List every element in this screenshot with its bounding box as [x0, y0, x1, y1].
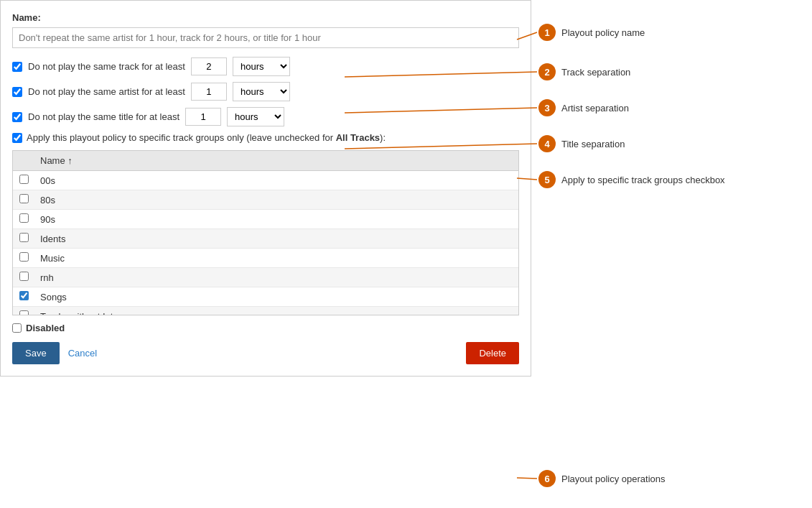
- disabled-checkbox[interactable]: [12, 323, 22, 333]
- title-separation-row: Do not play the same title for at least …: [12, 107, 519, 126]
- track-separation-row: Do not play the same track for at least …: [12, 57, 519, 76]
- track-separation-label: Do not play the same track for at least: [28, 61, 185, 72]
- row-name: Songs: [34, 287, 518, 307]
- apply-label-prefix: Apply this playout policy to specific tr…: [27, 132, 336, 143]
- annotation-text-2: Track separation: [561, 67, 630, 78]
- annotation-text-5: Apply to specific track groups checkbox: [561, 175, 725, 185]
- row-name: 90s: [34, 210, 518, 229]
- apply-row: Apply this playout policy to specific tr…: [12, 132, 519, 143]
- apply-label: Apply this playout policy to specific tr…: [27, 132, 386, 143]
- table-row: Idents: [13, 229, 518, 249]
- table-row: Tracks without Intros: [13, 307, 518, 316]
- table-row: 80s: [13, 190, 518, 210]
- track-separation-checkbox[interactable]: [12, 62, 22, 72]
- annotation-text-6: Playout policy operations: [561, 474, 666, 484]
- sort-arrow-icon[interactable]: ↑: [67, 155, 73, 166]
- annotation-4: 4 Title separation: [538, 135, 625, 152]
- annotation-2: 2 Track separation: [538, 63, 630, 80]
- annotation-5: 5 Apply to specific track groups checkbo…: [538, 171, 725, 188]
- row-checkbox-cell: [13, 210, 34, 229]
- track-separation-unit[interactable]: hours minutes: [233, 57, 290, 76]
- row-checkbox[interactable]: [19, 233, 29, 242]
- actions-row: Save Cancel Delete: [12, 342, 519, 364]
- artist-separation-row: Do not play the same artist for at least…: [12, 82, 519, 101]
- annotation-badge-5: 5: [538, 171, 556, 188]
- disabled-label: Disabled: [26, 323, 65, 333]
- annotation-text-1: Playout policy name: [561, 27, 645, 38]
- row-checkbox[interactable]: [19, 213, 29, 223]
- artist-separation-checkbox[interactable]: [12, 87, 22, 97]
- row-checkbox-cell: [13, 268, 34, 287]
- table-row: 90s: [13, 210, 518, 229]
- row-name: 00s: [34, 171, 518, 190]
- row-checkbox-cell: [13, 229, 34, 249]
- row-checkbox-cell: [13, 171, 34, 190]
- row-checkbox-cell: [13, 190, 34, 210]
- row-name: 80s: [34, 190, 518, 210]
- table-checkbox-header: [13, 151, 34, 171]
- column-name-label: Name: [40, 155, 65, 166]
- annotation-badge-4: 4: [538, 135, 556, 152]
- title-separation-unit[interactable]: hours minutes: [227, 107, 284, 126]
- title-separation-value[interactable]: [185, 108, 221, 126]
- row-name: Idents: [34, 229, 518, 249]
- artist-separation-label: Do not play the same artist for at least: [28, 86, 185, 97]
- annotation-1: 1 Playout policy name: [538, 24, 645, 41]
- form-panel: Name: Do not play the same track for at …: [0, 0, 531, 377]
- annotation-text-4: Title separation: [561, 139, 625, 149]
- all-tracks-text: All Tracks: [336, 132, 380, 143]
- row-checkbox[interactable]: [19, 291, 29, 300]
- table-row: Songs: [13, 287, 518, 307]
- track-groups-table: Name ↑ 00s80s90sIdentsMusicrnhSongsTrack…: [13, 151, 518, 315]
- table-row: rnh: [13, 268, 518, 287]
- track-separation-value[interactable]: [191, 57, 227, 75]
- table-name-header: Name ↑: [34, 151, 518, 171]
- row-checkbox[interactable]: [19, 272, 29, 281]
- table-row: Music: [13, 249, 518, 268]
- annotation-badge-3: 3: [538, 99, 556, 116]
- save-button[interactable]: Save: [12, 342, 60, 364]
- annotations-panel: 1 Playout policy name 2 Track separation…: [531, 0, 812, 508]
- annotation-3: 3 Artist separation: [538, 99, 629, 116]
- row-name: rnh: [34, 268, 518, 287]
- apply-label-suffix: ):: [380, 132, 386, 143]
- name-input[interactable]: [12, 27, 519, 48]
- row-checkbox[interactable]: [19, 175, 29, 184]
- left-actions: Save Cancel: [12, 342, 97, 364]
- disabled-row: Disabled: [12, 323, 519, 333]
- table-row: 00s: [13, 171, 518, 190]
- row-name: Music: [34, 249, 518, 268]
- title-separation-label: Do not play the same title for at least: [28, 111, 179, 122]
- annotation-text-3: Artist separation: [561, 103, 629, 114]
- annotation-6: 6 Playout policy operations: [538, 470, 666, 487]
- title-separation-checkbox[interactable]: [12, 112, 22, 122]
- annotation-badge-1: 1: [538, 24, 556, 41]
- row-checkbox-cell: [13, 307, 34, 316]
- row-checkbox[interactable]: [19, 310, 29, 315]
- row-checkbox-cell: [13, 287, 34, 307]
- annotation-badge-6: 6: [538, 470, 556, 487]
- cancel-link[interactable]: Cancel: [68, 348, 97, 359]
- apply-specific-groups-checkbox[interactable]: [12, 133, 22, 143]
- row-checkbox-cell: [13, 249, 34, 268]
- artist-separation-unit[interactable]: hours minutes: [233, 82, 290, 101]
- artist-separation-value[interactable]: [191, 83, 227, 101]
- row-name: Tracks without Intros: [34, 307, 518, 316]
- name-label: Name:: [12, 12, 519, 23]
- track-groups-table-wrapper[interactable]: Name ↑ 00s80s90sIdentsMusicrnhSongsTrack…: [12, 150, 519, 315]
- row-checkbox[interactable]: [19, 194, 29, 203]
- delete-button[interactable]: Delete: [466, 342, 519, 364]
- row-checkbox[interactable]: [19, 252, 29, 262]
- annotation-badge-2: 2: [538, 63, 556, 80]
